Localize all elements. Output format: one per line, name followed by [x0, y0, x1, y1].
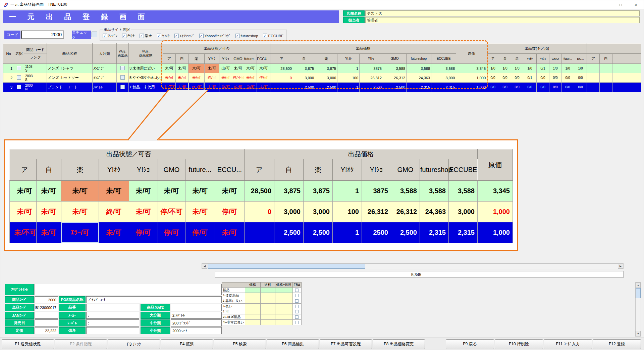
status-cell[interactable]: 停/不可: [232, 73, 244, 83]
fba-checkbox[interactable]: [295, 289, 299, 292]
count-cell[interactable]: 0/0: [574, 83, 587, 92]
reexhibit-cell[interactable]: [117, 64, 129, 73]
price-cell[interactable]: 2,500: [293, 83, 315, 92]
price-cell[interactable]: 28,500: [270, 64, 293, 73]
condition-shipping-cell[interactable]: [260, 288, 275, 293]
scroll-left-icon[interactable]: ◀: [202, 264, 207, 269]
row-select-checkbox[interactable]: [17, 75, 21, 80]
condition-shipping-cell[interactable]: [260, 320, 275, 325]
reexhibit-cell[interactable]: [117, 83, 129, 92]
condition-price-cell[interactable]: [245, 288, 260, 293]
reexhibit-checkbox[interactable]: [120, 66, 125, 70]
count-cell[interactable]: 1/0: [549, 64, 561, 73]
extra-cell[interactable]: [587, 64, 600, 73]
count-cell[interactable]: 0/0: [487, 73, 499, 83]
status-cell[interactable]: 未/不可: [163, 83, 176, 92]
condition-price-cell[interactable]: [245, 304, 260, 309]
site-checkbox[interactable]: ✓: [103, 34, 107, 38]
condition-price-cell[interactable]: [245, 309, 260, 314]
row-select-checkbox[interactable]: [17, 66, 21, 70]
status-cell[interactable]: 未/可: [219, 73, 232, 83]
price-cell[interactable]: 3,588: [383, 64, 407, 73]
product-name-cell[interactable]: メンズ カットソー: [47, 73, 93, 83]
fba-checkbox[interactable]: [295, 305, 299, 308]
price-cell[interactable]: 3875: [360, 64, 383, 73]
row-number-cell[interactable]: 3: [3, 83, 14, 92]
count-cell[interactable]: 0/0: [549, 73, 561, 83]
cost-cell[interactable]: 3,345: [456, 64, 487, 73]
fba-checkbox[interactable]: [295, 315, 299, 319]
price-cell[interactable]: 3,875: [315, 64, 337, 73]
status-cell[interactable]: 停/可: [232, 83, 244, 92]
condition-shipping-cell[interactable]: [260, 309, 275, 314]
status-cell[interactable]: 未/可: [232, 64, 244, 73]
scroll-thumb[interactable]: [208, 264, 365, 269]
site-checkbox[interactable]: ✓: [235, 34, 240, 38]
count-cell[interactable]: 0/1: [523, 73, 537, 83]
field-value[interactable]: 2000: [35, 296, 58, 303]
row-select-cell[interactable]: [14, 73, 24, 83]
fkey-button[interactable]: F7 出品可否設定: [320, 339, 372, 349]
horizontal-scrollbar[interactable]: ◀ ▶: [202, 263, 624, 269]
price-cell[interactable]: 1: [337, 83, 360, 92]
field-value[interactable]: 200:ﾌﾞﾗﾝﾄﾞ: [171, 319, 222, 326]
status-cell[interactable]: 未/可: [244, 64, 257, 73]
fkey-button[interactable]: F6 商品編集: [267, 339, 319, 349]
count-cell[interactable]: 0/0: [511, 83, 523, 92]
condition-price-cell[interactable]: [245, 314, 260, 320]
fba-checkbox[interactable]: [295, 299, 299, 303]
cost-cell[interactable]: 1,000: [456, 73, 487, 83]
status-cell[interactable]: 未/可: [257, 83, 270, 92]
site-checkbox[interactable]: ✓: [174, 34, 179, 38]
site-checkbox[interactable]: ✓: [157, 34, 161, 38]
field-value[interactable]: [171, 304, 222, 311]
field-value[interactable]: 22,222: [35, 327, 58, 334]
condition-price-shipping-cell[interactable]: [275, 304, 292, 309]
price-cell[interactable]: 2,315: [431, 83, 456, 92]
count-cell[interactable]: 0/0: [561, 83, 574, 92]
status-cell[interactable]: 未/可: [257, 64, 270, 73]
cost-cell[interactable]: 1,000: [456, 83, 487, 92]
fkey-button[interactable]: F9 戻る: [446, 339, 494, 349]
price-cell[interactable]: 3,000: [315, 73, 337, 83]
extra-cell[interactable]: [600, 64, 612, 73]
field-value[interactable]: 248123000017: [35, 304, 58, 311]
field-value[interactable]: 2000:ｺｰﾄ: [171, 327, 222, 334]
price-cell[interactable]: 2500: [360, 83, 383, 92]
status-cell[interactable]: 未/可: [163, 73, 176, 83]
category-cell[interactable]: ｱﾊﾟﾚﾙ: [93, 83, 117, 92]
row-select-cell[interactable]: [14, 83, 24, 92]
count-cell[interactable]: 1/0: [511, 64, 523, 73]
extra-cell[interactable]: [600, 73, 612, 83]
status-cell[interactable]: 終/可: [205, 73, 219, 83]
site-checkbox[interactable]: ✓: [263, 34, 267, 38]
reexhibit-checkbox[interactable]: [120, 75, 125, 80]
status-cell[interactable]: 未/可: [176, 83, 189, 92]
count-cell[interactable]: 0/0: [523, 83, 537, 92]
condition-price-shipping-cell[interactable]: [275, 298, 292, 304]
fba-checkbox[interactable]: [295, 294, 299, 297]
row-select-cell[interactable]: [14, 64, 24, 73]
product-code-cell[interactable]: 2000N: [24, 83, 47, 92]
count-cell[interactable]: 0/0: [511, 73, 523, 83]
extra-cell[interactable]: [587, 73, 600, 83]
scroll-right-icon[interactable]: ▶: [618, 264, 623, 269]
reexhibit-checkbox[interactable]: [120, 85, 125, 89]
condition-shipping-cell[interactable]: [260, 298, 275, 304]
fkey-button[interactable]: F5 検索: [214, 339, 266, 349]
count-cell[interactable]: 1/0: [561, 64, 574, 73]
condition-price-shipping-cell[interactable]: [275, 320, 292, 325]
status-cell[interactable]: 停/可: [244, 83, 257, 92]
count-cell[interactable]: 1/0: [499, 64, 511, 73]
price-cell[interactable]: 0: [270, 73, 293, 83]
status-cell[interactable]: 未/可: [205, 64, 219, 73]
code-input[interactable]: 2000: [21, 31, 64, 39]
condition-price-shipping-cell[interactable]: [275, 314, 292, 320]
count-cell[interactable]: 0/1: [537, 64, 549, 73]
fkey-button[interactable]: F10 行削除: [495, 339, 543, 349]
extra-cell[interactable]: [612, 64, 641, 73]
price-cell[interactable]: 3,000: [431, 73, 456, 83]
field-value[interactable]: [86, 327, 139, 334]
extra-cell[interactable]: [600, 83, 612, 92]
condition-price-shipping-cell[interactable]: [275, 309, 292, 314]
